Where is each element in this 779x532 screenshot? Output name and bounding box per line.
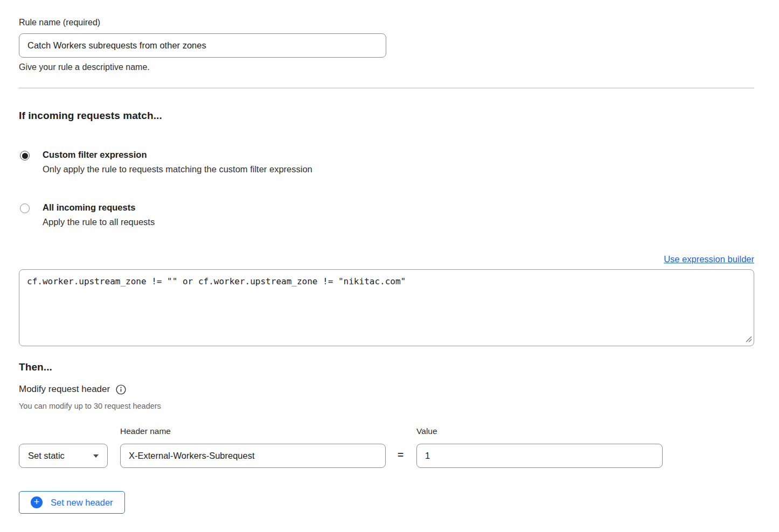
action-label: Modify request header <box>19 384 110 395</box>
radio-option-text: Custom filter expression Only apply the … <box>43 150 312 174</box>
max-headers-helper: You can modify up to 30 request headers <box>19 402 754 410</box>
radio-button-all-requests-unselected[interactable] <box>20 204 30 213</box>
rule-name-label: Rule name (required) <box>19 18 754 27</box>
section-divider <box>19 88 754 88</box>
chevron-down-icon <box>93 454 99 458</box>
header-name-column: Header name <box>120 426 386 468</box>
value-column: Value <box>416 426 663 468</box>
value-label: Value <box>416 426 663 436</box>
equals-sign: = <box>398 449 404 461</box>
action-row: Modify request header <box>19 384 754 395</box>
radio-option-label: All incoming requests <box>43 202 155 213</box>
plus-icon: + <box>31 496 43 508</box>
radio-option-description: Apply the rule to all requests <box>43 217 155 227</box>
radio-option-text: All incoming requests Apply the rule to … <box>43 202 155 227</box>
rule-name-helper: Give your rule a descriptive name. <box>19 62 754 72</box>
radio-option-label: Custom filter expression <box>43 150 312 160</box>
filter-expression-textarea[interactable]: cf.worker.upstream_zone != "" or cf.work… <box>19 269 754 346</box>
set-new-header-button-label: Set new header <box>51 498 113 508</box>
operation-column: Set static <box>19 444 108 468</box>
operation-select[interactable]: Set static <box>19 444 108 468</box>
radio-option-description: Only apply the rule to requests matching… <box>43 164 312 174</box>
textarea-resize-handle-icon[interactable] <box>745 335 752 342</box>
radio-option-custom-filter-expression[interactable]: Custom filter expression Only apply the … <box>19 150 754 174</box>
expression-editor: cf.worker.upstream_zone != "" or cf.work… <box>19 269 754 346</box>
header-name-input[interactable] <box>120 444 386 468</box>
then-section-heading: Then... <box>19 361 754 373</box>
expression-builder-link-row: Use expression builder <box>19 254 754 264</box>
operation-selected-value: Set static <box>28 451 65 461</box>
match-section-heading: If incoming requests match... <box>19 110 754 122</box>
set-new-header-button[interactable]: + Set new header <box>19 491 125 514</box>
use-expression-builder-link[interactable]: Use expression builder <box>664 254 754 264</box>
header-modification-row: Set static Header name = Value <box>19 426 754 468</box>
header-value-input[interactable] <box>416 444 663 468</box>
radio-option-all-incoming-requests[interactable]: All incoming requests Apply the rule to … <box>19 202 754 227</box>
modify-request-header-rule-form: Rule name (required) Give your rule a de… <box>0 0 779 514</box>
rule-name-input[interactable] <box>19 33 386 58</box>
info-icon[interactable] <box>116 384 126 395</box>
radio-button-custom-filter-selected[interactable] <box>20 151 30 160</box>
header-name-label: Header name <box>120 426 386 436</box>
